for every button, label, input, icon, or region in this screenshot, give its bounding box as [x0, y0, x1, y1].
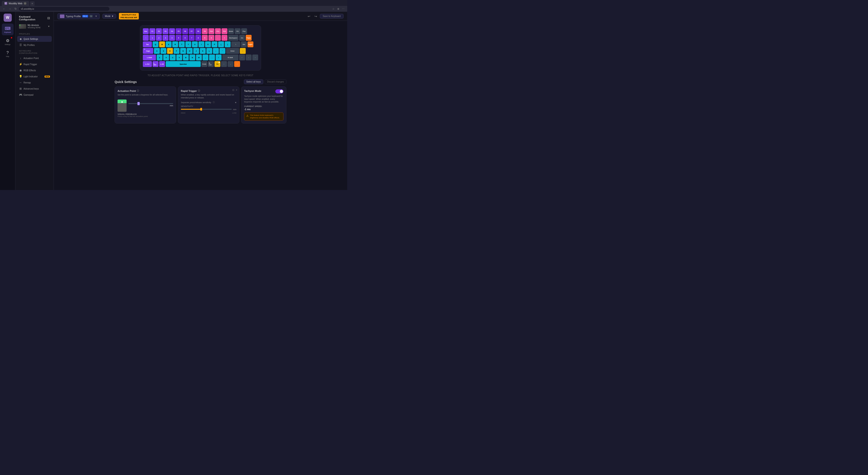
- key-prt[interactable]: Prt: [235, 28, 241, 34]
- key-u[interactable]: U: [192, 41, 198, 47]
- key-rshift[interactable]: R-Shift: [222, 55, 239, 60]
- nav-item-my-profiles[interactable]: ☰ My Profiles: [17, 42, 52, 48]
- key-slash[interactable]: /: [216, 55, 221, 60]
- key-7[interactable]: 7: [189, 35, 195, 41]
- back-button[interactable]: ←: [2, 7, 6, 11]
- key-a[interactable]: A: [154, 48, 160, 54]
- key-v[interactable]: V: [176, 55, 182, 60]
- undo-button[interactable]: ↩: [306, 13, 312, 19]
- key-d[interactable]: D: [167, 48, 173, 54]
- nav-panel-collapse-icon[interactable]: ⊟: [47, 16, 50, 20]
- key-nav-down[interactable]: ↓: [228, 61, 234, 67]
- key-left-arrow[interactable]: ←: [239, 55, 245, 60]
- key-nav-right[interactable]: →: [234, 61, 240, 67]
- nav-item-gamepad[interactable]: 🎮 Gamepad: [17, 92, 52, 98]
- key-equals[interactable]: =: [221, 35, 227, 41]
- forward-button[interactable]: →: [8, 7, 12, 11]
- key-e[interactable]: E: [166, 41, 172, 47]
- nav-item-remap[interactable]: ↔ Remap: [17, 80, 52, 86]
- sensitivity-slider[interactable]: [181, 109, 232, 110]
- key-pau[interactable]: Pau: [241, 28, 247, 34]
- key-c[interactable]: C: [170, 55, 176, 60]
- key-f[interactable]: F: [174, 48, 180, 54]
- key-rctrl[interactable]: R-Ctrl: [208, 61, 214, 67]
- key-6[interactable]: 6: [182, 35, 188, 41]
- rapid-trigger-controls[interactable]: ⊙ ×: [232, 88, 237, 92]
- key-backslash[interactable]: \: [231, 41, 240, 47]
- key-m[interactable]: M: [196, 55, 202, 60]
- key-pgdn[interactable]: PgDn: [248, 41, 253, 47]
- sidebar-item-keyboard[interactable]: ⌨ Keyboard: [2, 24, 13, 35]
- key-f9[interactable]: F9: [202, 28, 208, 34]
- discard-changes-button[interactable]: Discard changes: [265, 80, 286, 84]
- key-f5[interactable]: F5: [176, 28, 182, 34]
- key-1[interactable]: 1: [149, 35, 155, 41]
- key-f2[interactable]: F2: [156, 28, 162, 34]
- redo-button[interactable]: ↪: [313, 13, 318, 19]
- key-backspace[interactable]: Backspace: [228, 35, 239, 41]
- mode-selector[interactable]: Mode ▼: [102, 14, 116, 19]
- actuation-point-info-icon[interactable]: ⓘ: [137, 89, 139, 92]
- key-g[interactable]: G: [180, 48, 186, 54]
- key-up-arrow[interactable]: ↑: [246, 55, 252, 60]
- key-lwin[interactable]: L-Win: [153, 61, 158, 67]
- key-f12[interactable]: F12: [221, 28, 227, 34]
- bookmark-icon[interactable]: ☆: [331, 7, 336, 11]
- key-fn[interactable]: Fn: [215, 61, 220, 67]
- nav-item-rgb-effects[interactable]: ◉ RGB Effects: [17, 67, 52, 73]
- nav-item-rapid-trigger[interactable]: ⚡ Rapid Trigger: [17, 61, 52, 67]
- key-5[interactable]: 5: [176, 35, 182, 41]
- key-p[interactable]: P: [212, 41, 217, 47]
- key-n[interactable]: N: [189, 55, 195, 60]
- menu-icon[interactable]: ⋯: [341, 7, 345, 11]
- nav-item-light-indicator[interactable]: 💡 Light Indicator NEW: [17, 73, 52, 80]
- nav-item-advanced-keys[interactable]: ⊞ Advanced keys: [17, 86, 52, 92]
- key-x[interactable]: X: [163, 55, 169, 60]
- key-caps[interactable]: Caps: [143, 48, 153, 54]
- url-bar[interactable]: v5.wootility.io: [19, 7, 110, 11]
- key-right-arrow[interactable]: →: [252, 55, 258, 60]
- key-9[interactable]: 9: [202, 35, 208, 41]
- key-enter[interactable]: Enter: [226, 48, 239, 54]
- key-b[interactable]: B: [183, 55, 189, 60]
- key-k[interactable]: K: [200, 48, 206, 54]
- key-f8[interactable]: F8: [195, 28, 201, 34]
- actuation-slider-handle[interactable]: [137, 102, 140, 105]
- key-t[interactable]: T: [179, 41, 185, 47]
- key-spacebar[interactable]: Spacebar: [166, 61, 201, 67]
- key-y[interactable]: Y: [185, 41, 191, 47]
- key-2[interactable]: 2: [156, 35, 162, 41]
- tachyon-mode-toggle[interactable]: [275, 89, 283, 93]
- rapid-trigger-info-icon[interactable]: ⓘ: [198, 89, 200, 92]
- reload-button[interactable]: ↻: [13, 7, 18, 11]
- key-f3[interactable]: F3: [162, 28, 168, 34]
- sensitivity-slider-handle[interactable]: [200, 108, 202, 111]
- key-lctrl[interactable]: L-Ctrl: [143, 61, 152, 67]
- key-f7[interactable]: F7: [189, 28, 195, 34]
- key-o[interactable]: O: [205, 41, 211, 47]
- sidebar-item-help[interactable]: ? Help: [2, 48, 13, 60]
- key-i[interactable]: I: [198, 41, 204, 47]
- key-j[interactable]: J: [193, 48, 199, 54]
- key-0[interactable]: 0: [209, 35, 214, 41]
- key-nav-left[interactable]: ←: [221, 61, 227, 67]
- key-rbracket[interactable]: ]: [225, 41, 230, 47]
- key-del[interactable]: Del: [241, 41, 247, 47]
- select-all-keys-button[interactable]: Select all keys: [244, 80, 264, 84]
- key-3[interactable]: 3: [162, 35, 168, 41]
- key-pgup[interactable]: PgUp: [246, 35, 252, 41]
- key-q[interactable]: Q: [153, 41, 158, 47]
- device-chevron-icon[interactable]: ▼: [48, 25, 50, 28]
- new-tab-button[interactable]: +: [30, 1, 35, 6]
- key-f11[interactable]: F11: [215, 28, 221, 34]
- key-mode[interactable]: Mode: [228, 28, 234, 34]
- key-f1[interactable]: F1: [149, 28, 155, 34]
- nav-item-quick-settings[interactable]: ◈ Quick Settings: [17, 36, 52, 42]
- separate-sensitivity-info-icon[interactable]: ⓘ: [213, 101, 215, 104]
- actuation-slider-track[interactable]: [128, 103, 173, 104]
- key-semicolon[interactable]: ;: [213, 48, 219, 54]
- key-4[interactable]: 4: [169, 35, 175, 41]
- key-h[interactable]: H: [187, 48, 193, 54]
- key-8[interactable]: 8: [195, 35, 201, 41]
- key-f10[interactable]: F10: [209, 28, 214, 34]
